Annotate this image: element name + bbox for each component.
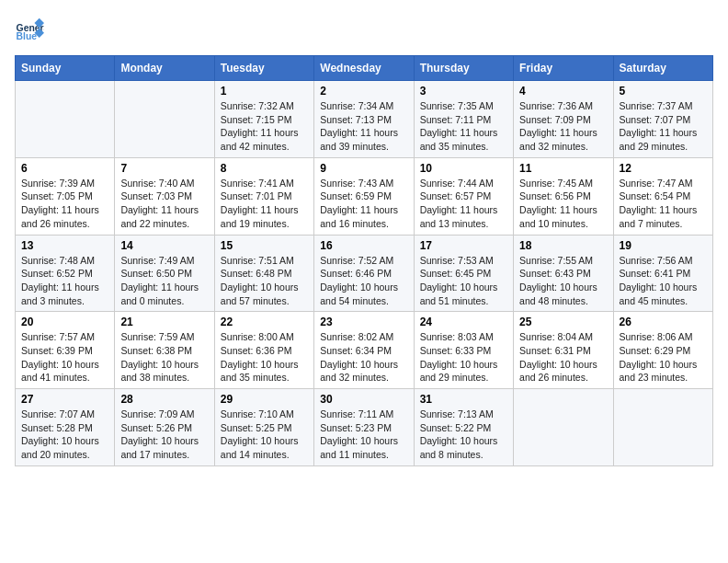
day-number: 13 [21,239,108,252]
day-number: 11 [519,162,607,175]
calendar-table: SundayMondayTuesdayWednesdayThursdayFrid… [15,55,713,466]
day-info: Sunrise: 7:55 AMSunset: 6:43 PMDaylight:… [519,254,607,308]
calendar-cell [613,389,712,466]
day-info: Sunrise: 7:43 AMSunset: 6:59 PMDaylight:… [320,177,407,231]
day-number: 28 [120,393,208,406]
col-header-sunday: Sunday [16,56,115,81]
calendar-cell: 15Sunrise: 7:51 AMSunset: 6:48 PMDayligh… [214,235,313,312]
calendar-cell: 12Sunrise: 7:47 AMSunset: 6:54 PMDayligh… [613,157,712,235]
day-number: 15 [221,239,308,252]
day-info: Sunrise: 7:44 AMSunset: 6:57 PMDaylight:… [420,177,507,231]
day-info: Sunrise: 8:06 AMSunset: 6:29 PMDaylight:… [620,330,707,385]
logo: General Blue [15,15,48,44]
day-number: 23 [320,316,407,328]
calendar-cell: 3Sunrise: 7:35 AMSunset: 7:11 PMDaylight… [414,81,513,158]
day-number: 10 [420,162,507,175]
calendar-cell: 29Sunrise: 7:10 AMSunset: 5:25 PMDayligh… [214,389,313,466]
col-header-monday: Monday [115,56,214,81]
day-number: 9 [320,162,407,175]
day-number: 12 [620,162,707,175]
day-number: 25 [519,316,607,328]
day-number: 16 [320,239,407,252]
day-info: Sunrise: 7:13 AMSunset: 5:22 PMDaylight:… [420,408,507,462]
svg-text:Blue: Blue [17,31,38,41]
calendar-cell: 7Sunrise: 7:40 AMSunset: 7:03 PMDaylight… [115,157,214,235]
calendar-cell: 17Sunrise: 7:53 AMSunset: 6:45 PMDayligh… [414,235,513,312]
day-number: 24 [420,316,507,328]
day-number: 27 [21,393,108,406]
col-header-wednesday: Wednesday [314,56,414,81]
day-number: 6 [21,162,108,175]
calendar-cell: 14Sunrise: 7:49 AMSunset: 6:50 PMDayligh… [115,235,214,312]
day-info: Sunrise: 7:41 AMSunset: 7:01 PMDaylight:… [221,177,308,231]
day-number: 3 [420,85,507,98]
day-info: Sunrise: 7:51 AMSunset: 6:48 PMDaylight:… [221,254,308,308]
day-info: Sunrise: 7:52 AMSunset: 6:46 PMDaylight:… [320,254,407,308]
calendar-cell: 13Sunrise: 7:48 AMSunset: 6:52 PMDayligh… [16,235,115,312]
day-info: Sunrise: 7:48 AMSunset: 6:52 PMDaylight:… [21,254,108,308]
day-number: 8 [221,162,308,175]
day-number: 20 [21,316,108,328]
day-info: Sunrise: 7:57 AMSunset: 6:39 PMDaylight:… [21,330,108,385]
day-info: Sunrise: 7:56 AMSunset: 6:41 PMDaylight:… [620,254,707,308]
col-header-thursday: Thursday [414,56,513,81]
calendar-cell: 26Sunrise: 8:06 AMSunset: 6:29 PMDayligh… [613,312,712,389]
calendar-cell: 10Sunrise: 7:44 AMSunset: 6:57 PMDayligh… [414,157,513,235]
day-number: 14 [120,239,208,252]
day-number: 1 [221,85,308,98]
calendar-cell: 1Sunrise: 7:32 AMSunset: 7:15 PMDaylight… [214,81,313,158]
calendar-cell: 2Sunrise: 7:34 AMSunset: 7:13 PMDaylight… [314,81,414,158]
day-info: Sunrise: 7:32 AMSunset: 7:15 PMDaylight:… [221,99,308,154]
calendar-cell: 22Sunrise: 8:00 AMSunset: 6:36 PMDayligh… [214,312,313,389]
calendar-cell: 21Sunrise: 7:59 AMSunset: 6:38 PMDayligh… [115,312,214,389]
day-number: 21 [120,316,208,328]
calendar-cell: 30Sunrise: 7:11 AMSunset: 5:23 PMDayligh… [314,389,414,466]
day-number: 18 [519,239,607,252]
day-info: Sunrise: 7:40 AMSunset: 7:03 PMDaylight:… [120,177,208,231]
page-header: General Blue [15,15,713,44]
day-number: 5 [620,85,707,98]
calendar-cell: 19Sunrise: 7:56 AMSunset: 6:41 PMDayligh… [613,235,712,312]
day-info: Sunrise: 8:03 AMSunset: 6:33 PMDaylight:… [420,330,507,385]
day-number: 29 [221,393,308,406]
calendar-cell: 18Sunrise: 7:55 AMSunset: 6:43 PMDayligh… [514,235,613,312]
day-number: 22 [221,316,308,328]
day-info: Sunrise: 7:45 AMSunset: 6:56 PMDaylight:… [519,177,607,231]
day-number: 19 [620,239,707,252]
day-number: 17 [420,239,507,252]
day-info: Sunrise: 8:02 AMSunset: 6:34 PMDaylight:… [320,330,407,385]
day-info: Sunrise: 7:09 AMSunset: 5:26 PMDaylight:… [120,408,208,462]
calendar-cell: 11Sunrise: 7:45 AMSunset: 6:56 PMDayligh… [514,157,613,235]
day-info: Sunrise: 7:11 AMSunset: 5:23 PMDaylight:… [320,408,407,462]
calendar-cell: 5Sunrise: 7:37 AMSunset: 7:07 PMDaylight… [613,81,712,158]
col-header-friday: Friday [514,56,613,81]
day-info: Sunrise: 7:07 AMSunset: 5:28 PMDaylight:… [21,408,108,462]
calendar-cell: 24Sunrise: 8:03 AMSunset: 6:33 PMDayligh… [414,312,513,389]
day-number: 4 [519,85,607,98]
calendar-cell: 4Sunrise: 7:36 AMSunset: 7:09 PMDaylight… [514,81,613,158]
day-number: 7 [120,162,208,175]
day-info: Sunrise: 7:37 AMSunset: 7:07 PMDaylight:… [620,99,707,154]
calendar-cell: 28Sunrise: 7:09 AMSunset: 5:26 PMDayligh… [115,389,214,466]
day-info: Sunrise: 7:34 AMSunset: 7:13 PMDaylight:… [320,99,407,154]
calendar-cell: 8Sunrise: 7:41 AMSunset: 7:01 PMDaylight… [214,157,313,235]
day-number: 2 [320,85,407,98]
day-number: 26 [620,316,707,328]
day-info: Sunrise: 8:00 AMSunset: 6:36 PMDaylight:… [221,330,308,385]
day-info: Sunrise: 8:04 AMSunset: 6:31 PMDaylight:… [519,330,607,385]
calendar-cell: 23Sunrise: 8:02 AMSunset: 6:34 PMDayligh… [314,312,414,389]
calendar-cell: 31Sunrise: 7:13 AMSunset: 5:22 PMDayligh… [414,389,513,466]
calendar-cell [514,389,613,466]
day-info: Sunrise: 7:53 AMSunset: 6:45 PMDaylight:… [420,254,507,308]
calendar-cell: 16Sunrise: 7:52 AMSunset: 6:46 PMDayligh… [314,235,414,312]
calendar-cell [16,81,115,158]
col-header-saturday: Saturday [613,56,712,81]
day-number: 30 [320,393,407,406]
day-info: Sunrise: 7:10 AMSunset: 5:25 PMDaylight:… [221,408,308,462]
logo-icon: General Blue [15,15,44,44]
calendar-cell: 25Sunrise: 8:04 AMSunset: 6:31 PMDayligh… [514,312,613,389]
day-number: 31 [420,393,507,406]
calendar-cell: 6Sunrise: 7:39 AMSunset: 7:05 PMDaylight… [16,157,115,235]
calendar-cell: 27Sunrise: 7:07 AMSunset: 5:28 PMDayligh… [16,389,115,466]
day-info: Sunrise: 7:39 AMSunset: 7:05 PMDaylight:… [21,177,108,231]
